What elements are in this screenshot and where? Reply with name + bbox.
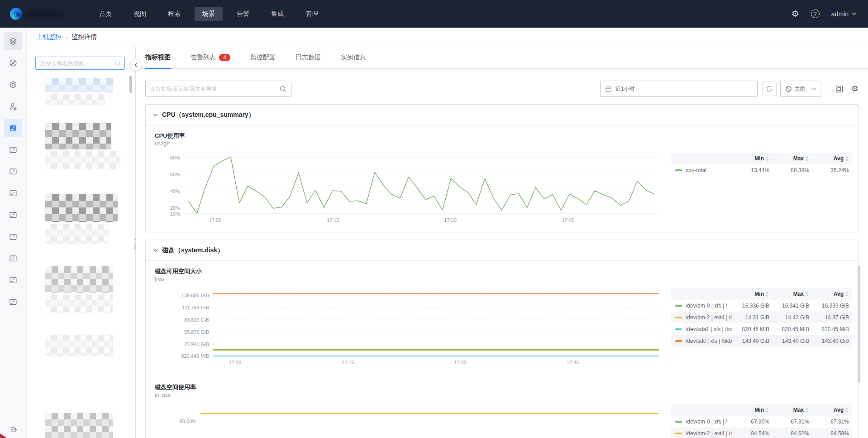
- svg-text:17:15: 17:15: [342, 360, 354, 365]
- help-icon[interactable]: ?: [811, 10, 820, 18]
- legend-row[interactable]: /dev/dm-2 | ext4 | /data14.31 GiB14.42 G…: [671, 312, 852, 323]
- series-min: 14.31 GiB: [732, 314, 772, 321]
- legend-row[interactable]: /dev/sdc | xfs | /bkbak143.40 GiB143.40 …: [671, 335, 852, 347]
- section-body: CPU使用率usage80%60%40%20%13%17:0017:1517:3…: [146, 125, 858, 232]
- series-max: 67.31%: [772, 419, 812, 425]
- sort-column-avg[interactable]: Avg: [812, 291, 852, 297]
- legend-row[interactable]: /dev/sda1 | xfs | /boot820.45 MiB820.45 …: [671, 323, 852, 335]
- svg-text:13%: 13%: [170, 211, 180, 217]
- series-min: 13.44%: [732, 167, 772, 173]
- layers-icon[interactable]: [4, 32, 22, 50]
- settings-gear-icon[interactable]: ⚙: [792, 10, 799, 18]
- instance-item-censored[interactable]: [45, 413, 113, 438]
- nav-item-7[interactable]: 管理: [298, 7, 326, 21]
- instance-item-censored[interactable]: [45, 94, 105, 105]
- refresh-icon: [766, 85, 773, 92]
- section-header[interactable]: CPU（system.cpu_summary）: [146, 105, 858, 125]
- tab-3[interactable]: 监控配置: [250, 53, 276, 69]
- legend-row[interactable]: cpu-total13.44%80.38%35.24%: [671, 164, 852, 176]
- collapse-menu-icon[interactable]: [0, 425, 27, 433]
- series-min: 820.45 MiB: [732, 326, 772, 332]
- svg-text:17:30: 17:30: [444, 217, 457, 223]
- sort-column-avg[interactable]: Avg: [812, 155, 852, 162]
- monitor-dashboard-icon[interactable]: [4, 184, 22, 202]
- instance-item-censored[interactable]: [45, 78, 113, 92]
- line-chart-disk_in_use[interactable]: 80.00%60.00%: [155, 404, 662, 438]
- legend-row[interactable]: /dev/dm-0 | xfs | /16.336 GiB16.341 GiB1…: [671, 300, 852, 312]
- instance-search-input[interactable]: [40, 60, 114, 67]
- main-panel: 指标视图告警列表4监控配置日志数据实例信息 近1小时 关闭: [136, 47, 868, 438]
- sort-column-min[interactable]: Min: [732, 407, 772, 413]
- nav-item-1[interactable]: 首页: [91, 7, 119, 21]
- sort-column-max[interactable]: Max: [772, 291, 812, 297]
- breadcrumb-parent-link[interactable]: 主机监控: [36, 33, 62, 41]
- instance-item-censored[interactable]: [45, 224, 109, 244]
- toolbar-divider: [829, 84, 829, 93]
- instance-item-censored[interactable]: [45, 194, 118, 222]
- brand-logo[interactable]: [10, 8, 78, 20]
- monitor-dashboard-icon[interactable]: [4, 119, 22, 137]
- sort-column-max[interactable]: Max: [772, 407, 812, 413]
- nav-item-4[interactable]: 场景: [195, 7, 223, 21]
- chevron-left-icon: [134, 63, 138, 67]
- section-header[interactable]: 磁盘（system.disk）: [146, 240, 858, 261]
- nav-item-3[interactable]: 检索: [160, 7, 188, 21]
- monitor-dashboard-icon[interactable]: [4, 271, 22, 289]
- metric-toolbar: 近1小时 关闭 ⚙: [145, 81, 858, 97]
- nav-item-2[interactable]: 视图: [126, 7, 154, 21]
- legend-row[interactable]: /dev/dm-0 | xfs | /67.30%67.31%67.31%: [671, 416, 852, 428]
- series-avg: 143.40 GiB: [812, 338, 852, 344]
- time-range-picker[interactable]: 近1小时: [600, 81, 758, 97]
- compass-icon[interactable]: [4, 54, 22, 72]
- svg-text:80%: 80%: [170, 155, 180, 160]
- instance-sidebar: [27, 47, 136, 438]
- sort-column-min[interactable]: Min: [732, 155, 772, 162]
- metric-search[interactable]: [145, 81, 291, 97]
- refresh-button[interactable]: [762, 82, 777, 96]
- legend-row[interactable]: /dev/dm-2 | ext4 | /data84.54%84.62%84.5…: [671, 428, 852, 438]
- instance-item-censored[interactable]: [45, 335, 113, 356]
- chart-block: 磁盘可用空间大小free139.698 GiB111.759 GiB83.819…: [155, 267, 662, 367]
- chevron-down-icon: [812, 87, 816, 91]
- auto-refresh-select[interactable]: 关闭: [780, 81, 821, 97]
- instance-item-censored[interactable]: [45, 151, 120, 169]
- line-chart-disk_free[interactable]: 139.698 GiB111.759 GiB83.819 GiB55.879 G…: [155, 288, 662, 367]
- instance-item-censored[interactable]: [45, 123, 111, 149]
- tab-label: 指标视图: [145, 53, 171, 62]
- panel-resize-handle[interactable]: [134, 239, 136, 249]
- tab-4[interactable]: 日志数据: [296, 53, 321, 69]
- monitor-dashboard-icon[interactable]: [4, 250, 22, 268]
- tab-1[interactable]: 指标视图: [145, 53, 171, 69]
- user-menu[interactable]: admin: [831, 10, 856, 18]
- sort-column-min[interactable]: Min: [732, 291, 772, 297]
- tab-label: 日志数据: [296, 53, 321, 62]
- sort-column-max[interactable]: Max: [772, 155, 812, 162]
- monitor-dashboard-icon[interactable]: [4, 228, 22, 246]
- monitor-dashboard-icon[interactable]: [4, 206, 22, 224]
- hexagon-gear-icon[interactable]: [4, 76, 22, 94]
- time-range-value: 近1小时: [615, 85, 635, 93]
- series-max: 80.38%: [772, 167, 812, 173]
- chart-subtitle: usage: [155, 140, 662, 148]
- chart-title: 磁盘空间使用率: [155, 383, 662, 391]
- user-star-icon[interactable]: [4, 97, 22, 116]
- tab-5[interactable]: 实例信息: [341, 53, 366, 69]
- monitor-dashboard-icon[interactable]: [4, 141, 22, 159]
- sidebar-collapse-button[interactable]: [130, 59, 142, 71]
- sidebar-scrollbar-thumb[interactable]: [129, 76, 132, 93]
- instance-item-censored[interactable]: [45, 294, 113, 313]
- instance-search[interactable]: [35, 57, 125, 70]
- nav-item-5[interactable]: 告警: [229, 7, 257, 21]
- instance-item-censored[interactable]: [45, 266, 113, 293]
- tab-2[interactable]: 告警列表4: [191, 53, 230, 69]
- monitor-dashboard-icon[interactable]: [4, 163, 22, 181]
- sort-column-avg[interactable]: Avg: [812, 407, 852, 413]
- metric-search-input[interactable]: [150, 86, 280, 92]
- monitor-dashboard-icon[interactable]: [4, 293, 22, 311]
- line-chart-cpu_usage[interactable]: 80%60%40%20%13%17:0017:1517:3017:45: [155, 152, 662, 225]
- svg-text:17:00: 17:00: [209, 217, 222, 223]
- page-scrollbar-thumb[interactable]: [858, 265, 860, 383]
- nav-item-6[interactable]: 集成: [263, 7, 291, 21]
- fullscreen-icon[interactable]: [835, 85, 843, 93]
- view-settings-gear-icon[interactable]: ⚙: [851, 85, 858, 93]
